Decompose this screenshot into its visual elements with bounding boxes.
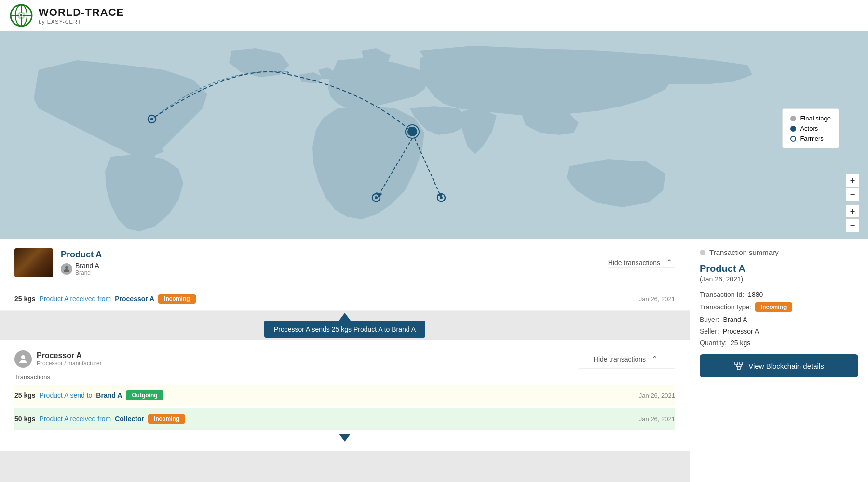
processor-tx-amount-1: 50 kgs (14, 415, 36, 423)
processor-tx-row-1: 50 kgs Product A received from Collector… (14, 408, 675, 430)
transaction-id-value: 1880 (748, 291, 763, 298)
blockchain-btn-label: View Blockchain details (748, 362, 824, 370)
legend-item-actors: Actors (790, 125, 831, 132)
processor-icon (14, 350, 32, 368)
processor-tx-left-1: 50 kgs Product A received from Collector… (14, 414, 185, 424)
legend-label-final: Final stage (800, 115, 831, 122)
legend-item-farmers: Farmers (790, 135, 831, 142)
app-title: WORLD-TRACE (39, 6, 124, 19)
product-info: Product A Brand A Brand (61, 250, 102, 276)
view-blockchain-button[interactable]: View Blockchain details (700, 354, 858, 377)
svg-point-22 (65, 266, 68, 269)
tooltip-text: Processor A sends 25 kgs Product A to Br… (274, 325, 416, 333)
tx-text: Product A received from (40, 295, 111, 303)
svg-point-13 (375, 196, 378, 199)
hide-processor-transactions-label: Hide transactions (594, 355, 646, 363)
transaction-summary-panel: Transaction summary Product A (Jan 26, 2… (690, 239, 868, 482)
zoom-in-button[interactable]: + (846, 174, 859, 187)
arrow-tooltip-container: Processor A sends 25 kgs Product A to Br… (0, 311, 690, 340)
processor-info: Processor A Processor / manufacturer (14, 350, 102, 368)
incoming-badge: Incoming (158, 294, 195, 304)
hide-transactions-button[interactable]: Hide transactions ⌃ (608, 258, 675, 268)
svg-point-6 (20, 14, 23, 17)
incoming-badge-1: Incoming (148, 414, 185, 424)
transactions-label: Transactions (14, 369, 675, 385)
summary-buyer-row: Buyer: Brand A (700, 316, 858, 323)
processor-type: Processor / manufacturer (37, 360, 102, 367)
quantity-value: 25 kgs (731, 339, 750, 347)
product-name: Product A (61, 250, 102, 260)
logo-icon (10, 4, 33, 27)
transaction-row-left: 25 kgs Product A received from Processor… (14, 294, 196, 304)
arrow-down-icon (339, 434, 351, 442)
summary-transaction-type-row: Transaction type: Incoming (700, 302, 858, 312)
left-content: Product A Brand A Brand Hide transaction… (0, 239, 690, 482)
summary-product-name: Product A (700, 263, 858, 274)
buyer-label: Buyer: (700, 316, 719, 323)
actors-dot (790, 126, 796, 132)
legend-item-final: Final stage (790, 115, 831, 122)
summary-title-text: Transaction summary (709, 248, 779, 256)
quantity-label: Quantity: (700, 339, 727, 347)
logo-text: WORLD-TRACE by EASY-CERT (39, 6, 124, 25)
farmers-dot (790, 136, 796, 142)
summary-product-date: (Jan 26, 2021) (700, 275, 858, 283)
svg-point-23 (21, 355, 25, 359)
transaction-type-label: Transaction type: (700, 303, 751, 311)
buyer-value: Brand A (723, 316, 747, 323)
seller-label: Seller: (700, 327, 719, 335)
processor-tx-row-0: 25 kgs Product A send to Brand A Outgoin… (14, 385, 675, 406)
bottom-panel: Product A Brand A Brand Hide transaction… (0, 239, 868, 482)
tooltip-box: Processor A sends 25 kgs Product A to Br… (264, 321, 425, 338)
processor-header: Processor A Processor / manufacturer Hid… (14, 349, 675, 369)
summary-seller-row: Seller: Processor A (700, 327, 858, 335)
app-subtitle: by EASY-CERT (39, 19, 124, 25)
svg-rect-25 (740, 362, 743, 365)
transaction-id-label: Transaction Id: (700, 291, 744, 298)
tx-amount: 25 kgs (14, 295, 36, 303)
summary-title: Transaction summary (700, 248, 858, 256)
processor-tx-actor-0: Brand A (96, 391, 122, 399)
seller-value: Processor A (723, 327, 759, 335)
product-header: Product A Brand A Brand Hide transaction… (14, 248, 675, 277)
processor-tx-text-0: Product A send to (40, 391, 93, 399)
summary-transaction-id-row: Transaction Id: 1880 (700, 291, 858, 298)
zoom-out-button[interactable]: − (846, 188, 859, 201)
arrow-up-icon (339, 313, 351, 321)
svg-rect-24 (735, 362, 738, 365)
map-svg (0, 31, 868, 239)
map-legend: Final stage Actors Farmers (782, 108, 839, 148)
processor-name: Processor A (37, 351, 102, 360)
chevron-up-icon: ⌃ (666, 258, 672, 267)
tx-actor: Processor A (115, 295, 154, 303)
processor-tx-amount-0: 25 kgs (14, 391, 36, 399)
processor-card: Processor A Processor / manufacturer Hid… (0, 340, 690, 451)
tx-date: Jan 26, 2021 (639, 295, 675, 303)
legend-label-actors: Actors (800, 125, 818, 132)
processor-tx-actor-1: Collector (115, 415, 144, 423)
svg-point-9 (150, 118, 153, 120)
chevron-up-icon-2: ⌃ (651, 354, 658, 363)
processor-tx-date-1: Jan 26, 2021 (639, 415, 675, 423)
brand-name: Brand A (75, 262, 99, 269)
map-container[interactable]: Final stage Actors Farmers + − + − (0, 31, 868, 239)
svg-rect-26 (737, 367, 740, 370)
product-image-inner (14, 248, 53, 277)
brand-icon (61, 263, 72, 275)
product-image (14, 248, 53, 277)
product-transaction-row: 25 kgs Product A received from Processor… (0, 287, 690, 311)
blockchain-icon (734, 361, 744, 371)
summary-type-badge: Incoming (755, 302, 792, 312)
legend-label-farmers: Farmers (800, 135, 823, 142)
final-stage-dot (790, 116, 796, 121)
outgoing-badge-0: Outgoing (126, 390, 163, 400)
zoom-in2-button[interactable]: + (846, 204, 859, 218)
processor-tx-date-0: Jan 26, 2021 (639, 392, 675, 399)
zoom-out2-button[interactable]: − (846, 219, 859, 232)
processor-tx-text-1: Product A received from (40, 415, 111, 423)
product-card: Product A Brand A Brand Hide transaction… (0, 239, 690, 287)
summary-quantity-row: Quantity: 25 kgs (700, 339, 858, 347)
summary-dot (700, 250, 705, 255)
brand-info: Brand A Brand (61, 262, 102, 276)
hide-processor-transactions-button[interactable]: Hide transactions ⌃ (579, 349, 675, 369)
